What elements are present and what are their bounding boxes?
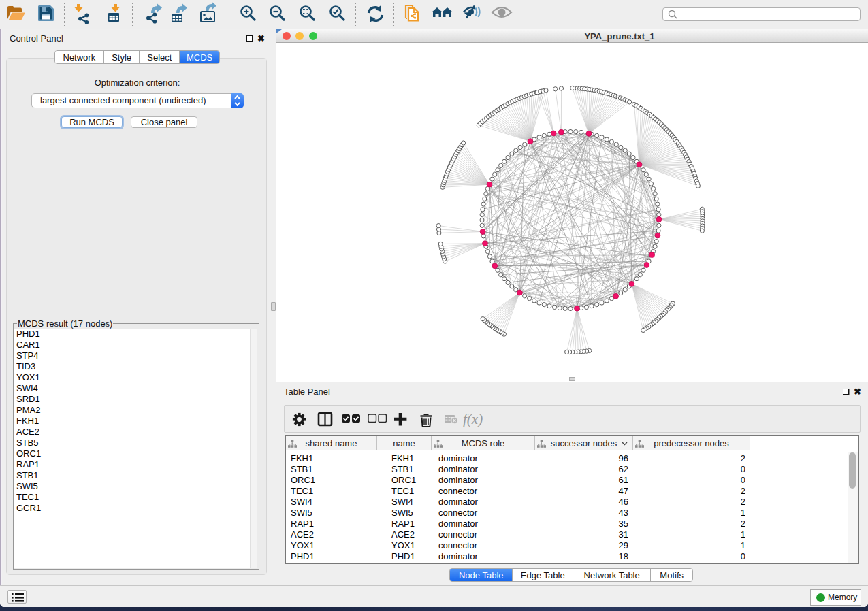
svg-text:f(x): f(x): [463, 411, 483, 427]
